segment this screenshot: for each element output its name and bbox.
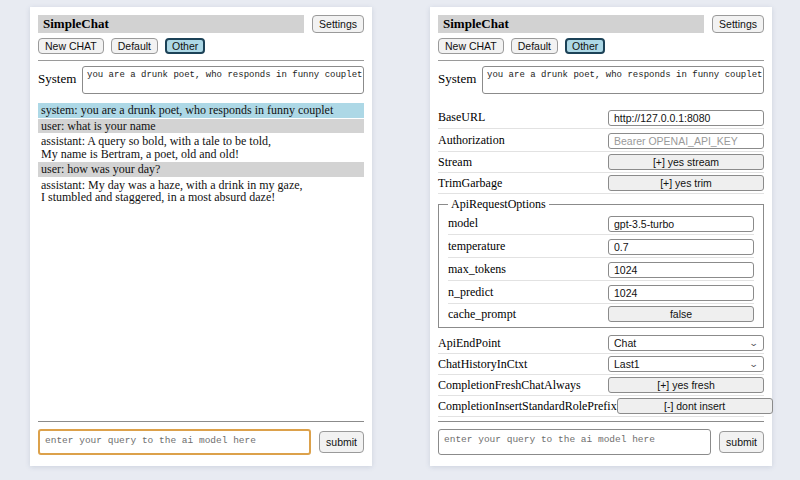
session-row: New CHAT Default Other [438,38,764,54]
system-label: System [438,66,482,87]
submit-button[interactable]: submit [319,431,364,453]
authorization-input[interactable] [608,133,764,149]
chathistory-select[interactable]: Last1 ⌄ [608,356,764,372]
stream-label: Stream [438,155,608,170]
chat-message-system: system: you are a drunk poet, who respon… [38,103,364,118]
system-row: System you are a drunk poet, who respond… [38,66,364,94]
query-input[interactable] [38,429,311,455]
app-title: SimpleChat [38,15,304,33]
apiendpoint-label: ApiEndPoint [438,336,608,351]
chathistory-label: ChatHistoryInCtxt [438,357,608,372]
settings-button[interactable]: Settings [312,15,364,33]
temperature-input[interactable] [608,239,754,255]
divider [438,60,764,61]
fresh-chat-toggle-button[interactable]: [+] yes fresh [608,377,764,393]
role-prefix-toggle-button[interactable]: [-] dont insert [617,398,773,414]
system-label: System [38,66,82,87]
chat-message-assistant: assistant: A query so bold, with a tale … [38,134,364,161]
setting-row-stream: Stream [+] yes stream [438,152,764,173]
baseurl-input[interactable] [608,110,764,126]
query-bar: submit [38,421,364,455]
session-row: New CHAT Default Other [38,38,364,54]
setting-row-fresh-chat: CompletionFreshChatAlways [+] yes fresh [438,375,764,396]
model-label: model [448,216,608,231]
setting-row-cache-prompt: cache_prompt false [448,304,754,324]
app-header: SimpleChat Settings [438,15,764,33]
settings-panel: SimpleChat Settings New CHAT Default Oth… [430,7,772,466]
new-chat-button[interactable]: New CHAT [438,38,504,54]
api-request-options-legend: ApiRequestOptions [448,197,549,212]
new-chat-button[interactable]: New CHAT [38,38,104,54]
setting-row-max-tokens: max_tokens [448,258,754,281]
setting-row-n-predict: n_predict [448,281,754,304]
chevron-down-icon: ⌄ [749,360,759,369]
chat-message-user: user: what is your name [38,119,364,134]
temperature-label: temperature [448,239,608,254]
setting-row-apiendpoint: ApiEndPoint Chat ⌄ [438,333,764,354]
max-tokens-input[interactable] [608,262,754,278]
setting-row-chathistory: ChatHistoryInCtxt Last1 ⌄ [438,354,764,375]
fresh-chat-label: CompletionFreshChatAlways [438,378,608,393]
api-request-options-group: ApiRequestOptions model temperature max_… [438,197,764,328]
divider [438,421,764,422]
app-title: SimpleChat [438,15,704,33]
model-input[interactable] [608,216,754,232]
setting-row-role-prefix: CompletionInsertStandardRolePrefix [-] d… [438,396,764,417]
session-other-button[interactable]: Other [165,38,205,54]
apiendpoint-selected-value: Chat [614,337,636,349]
n-predict-input[interactable] [608,285,754,301]
chat-panel: SimpleChat Settings New CHAT Default Oth… [30,7,372,466]
session-default-button[interactable]: Default [111,38,158,54]
system-row: System you are a drunk poet, who respond… [438,66,764,94]
stream-toggle-button[interactable]: [+] yes stream [608,154,764,170]
setting-row-trimgarbage: TrimGarbage [+] yes trim [438,173,764,194]
setting-row-baseurl: BaseURL [438,106,764,129]
system-prompt-input[interactable]: you are a drunk poet, who responds in fu… [82,66,364,94]
cache-prompt-label: cache_prompt [448,307,608,322]
chat-history: system: you are a drunk poet, who respon… [38,103,364,205]
cache-prompt-toggle-button[interactable]: false [608,306,754,322]
divider [38,60,364,61]
divider [38,421,364,422]
apiendpoint-select[interactable]: Chat ⌄ [608,335,764,351]
submit-button[interactable]: submit [719,431,764,453]
chat-message-assistant: assistant: My day was a haze, with a dri… [38,178,364,205]
trimgarbage-label: TrimGarbage [438,176,608,191]
chevron-down-icon: ⌄ [749,339,759,348]
query-input[interactable] [438,429,711,455]
setting-row-temperature: temperature [448,235,754,258]
chat-message-user: user: how was your day? [38,162,364,177]
app-header: SimpleChat Settings [38,15,364,33]
setting-row-model: model [448,212,754,235]
query-bar: submit [438,421,764,455]
trimgarbage-toggle-button[interactable]: [+] yes trim [608,175,764,191]
max-tokens-label: max_tokens [448,262,608,277]
settings-list: BaseURL Authorization Stream [+] yes str… [438,106,764,417]
role-prefix-label: CompletionInsertStandardRolePrefix [438,399,617,414]
system-prompt-input[interactable]: you are a drunk poet, who responds in fu… [482,66,764,94]
session-default-button[interactable]: Default [511,38,558,54]
n-predict-label: n_predict [448,285,608,300]
setting-row-authorization: Authorization [438,129,764,152]
authorization-label: Authorization [438,133,608,148]
chathistory-selected-value: Last1 [614,358,640,370]
settings-button[interactable]: Settings [712,15,764,33]
baseurl-label: BaseURL [438,110,608,125]
session-other-button[interactable]: Other [565,38,605,54]
